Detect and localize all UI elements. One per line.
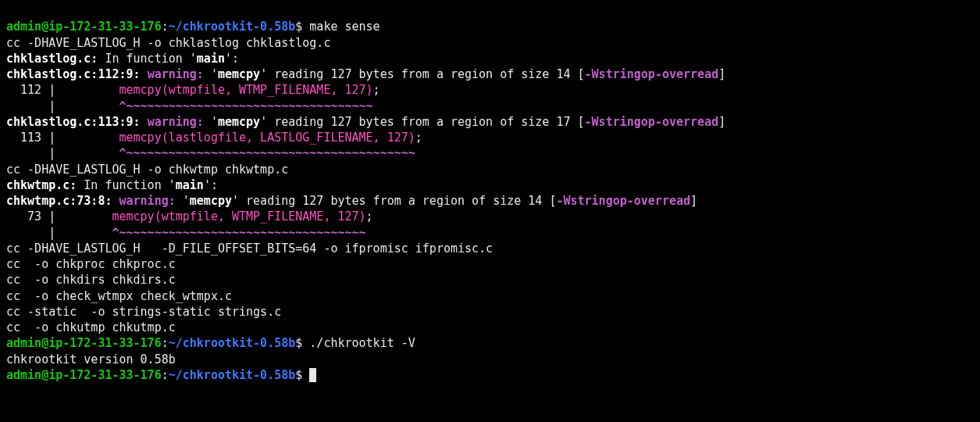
output-span: ; [415, 131, 422, 145]
output-span: ^~~~~~~~~~~~~~~~~~~~~~~~~~~~~~~~~~~~ [112, 226, 365, 240]
cursor [309, 368, 316, 382]
output-line: cc -static -o strings-static strings.c [6, 304, 974, 320]
output-span: ] [718, 115, 725, 129]
prompt-user-host: admin@ip-172-31-33-176 [6, 368, 162, 382]
output-line: cc -DHAVE_LASTLOG_H -o chkwtmp chkwtmp.c [6, 162, 974, 177]
output-span: memcpy(lastlogfile, LASTLOG_FILENAME, 12… [119, 131, 415, 145]
output-span: 73 | [6, 209, 112, 224]
output-span: ' [211, 115, 218, 129]
output-line: chklastlog.c: In function 'main': [6, 51, 974, 66]
prompt-sep: : [162, 336, 169, 350]
prompt-sigil: $ [295, 368, 309, 382]
output-span: | [6, 99, 119, 113]
output-span: chklastlog.c:113:9: [6, 115, 141, 129]
output-span: memcpy [218, 115, 260, 129]
output-span: ' reading 127 bytes from a region of siz… [232, 194, 556, 208]
prompt-sigil: $ [295, 336, 309, 350]
output-line: cc -o chkproc chkproc.c [6, 256, 974, 272]
output-span: ': [204, 178, 218, 192]
prompt-path: ~/chkrootkit-0.58b [169, 20, 296, 34]
output-line: cc -DHAVE_LASTLOG_H -o chklastlog chklas… [6, 35, 974, 51]
output-span: ] [690, 194, 697, 208]
prompt-line[interactable]: admin@ip-172-31-33-176:~/chkrootkit-0.58… [6, 367, 974, 383]
output-span [141, 67, 148, 81]
output-span: In function ' [98, 52, 196, 66]
output-line: cc -DHAVE_LASTLOG_H -D_FILE_OFFSET_BITS=… [6, 241, 974, 256]
output-span: 112 | [6, 83, 119, 97]
output-span: ; [366, 209, 373, 224]
output-span: | [6, 226, 112, 240]
prompt-user-host: admin@ip-172-31-33-176 [6, 336, 162, 350]
output-span: chkwtmp.c:73:8: [6, 194, 112, 208]
output-span: chklastlog.c:112:9: [6, 67, 141, 81]
output-span: | [6, 146, 119, 160]
prompt-sep: : [162, 20, 169, 34]
output-span: 113 | [6, 131, 119, 145]
prompt-line[interactable]: admin@ip-172-31-33-176:~/chkrootkit-0.58… [6, 19, 974, 34]
output-line: 113 | memcpy(lastlogfile, LASTLOG_FILENA… [6, 130, 974, 145]
output-span: ' reading 127 bytes from a region of siz… [260, 67, 584, 81]
output-span: ^~~~~~~~~~~~~~~~~~~~~~~~~~~~~~~~~~~~~~~~… [119, 146, 415, 160]
output-line: chklastlog.c:112:9: warning: 'memcpy' re… [6, 66, 974, 82]
output-line: cc -o chkdirs chkdirs.c [6, 272, 974, 288]
output-span: main [176, 178, 204, 192]
output-span [112, 194, 119, 208]
output-span: main [197, 52, 225, 66]
output-span: memcpy [218, 67, 260, 81]
output-line: | ^~~~~~~~~~~~~~~~~~~~~~~~~~~~~~~~~~~~ [6, 98, 974, 114]
prompt-path: ~/chkrootkit-0.58b [169, 336, 296, 350]
terminal-output: admin@ip-172-31-33-176:~/chkrootkit-0.58… [6, 19, 974, 383]
output-line: cc -o chkutmp chkutmp.c [6, 320, 974, 335]
output-line: chkwtmp.c: In function 'main': [6, 177, 974, 193]
prompt-path: ~/chkrootkit-0.58b [169, 368, 296, 382]
prompt-line[interactable]: admin@ip-172-31-33-176:~/chkrootkit-0.58… [6, 335, 974, 351]
output-span: ': [225, 52, 239, 66]
prompt-sigil: $ [295, 20, 309, 34]
output-span: memcpy(wtmpfile, WTMP_FILENAME, 127) [112, 209, 365, 224]
output-span: ' [211, 67, 218, 81]
output-line: chkrootkit version 0.58b [6, 352, 974, 367]
prompt-command[interactable]: ./chkrootkit -V [309, 336, 415, 350]
output-span: warning: [148, 67, 211, 81]
output-span: ; [373, 83, 380, 97]
output-span: ] [718, 67, 725, 81]
output-span [141, 115, 148, 129]
output-line: chkwtmp.c:73:8: warning: 'memcpy' readin… [6, 193, 974, 209]
output-span: warning: [148, 115, 211, 129]
output-span: chkwtmp.c: [6, 178, 77, 192]
output-line: 73 | memcpy(wtmpfile, WTMP_FILENAME, 127… [6, 209, 974, 224]
prompt-sep: : [162, 368, 169, 382]
output-span: -Wstringop-overread [585, 115, 719, 129]
output-span: chklastlog.c: [6, 52, 98, 66]
output-span: memcpy(wtmpfile, WTMP_FILENAME, 127) [119, 83, 373, 97]
output-span: In function ' [77, 178, 175, 192]
prompt-command[interactable]: make sense [309, 20, 380, 34]
output-span: -Wstringop-overread [585, 67, 719, 81]
output-span: memcpy [190, 194, 232, 208]
output-line: | ^~~~~~~~~~~~~~~~~~~~~~~~~~~~~~~~~~~~ [6, 225, 974, 241]
output-span: ' [183, 194, 190, 208]
output-line: chklastlog.c:113:9: warning: 'memcpy' re… [6, 114, 974, 130]
output-line: | ^~~~~~~~~~~~~~~~~~~~~~~~~~~~~~~~~~~~~~… [6, 145, 974, 161]
output-span: ^~~~~~~~~~~~~~~~~~~~~~~~~~~~~~~~~~~~ [119, 99, 373, 113]
output-line: cc -o check_wtmpx check_wtmpx.c [6, 288, 974, 304]
output-line: 112 | memcpy(wtmpfile, WTMP_FILENAME, 12… [6, 82, 974, 98]
output-span: ' reading 127 bytes from a region of siz… [260, 115, 584, 129]
prompt-user-host: admin@ip-172-31-33-176 [6, 20, 162, 34]
output-span: warning: [119, 194, 183, 208]
output-span: -Wstringop-overread [556, 194, 690, 208]
